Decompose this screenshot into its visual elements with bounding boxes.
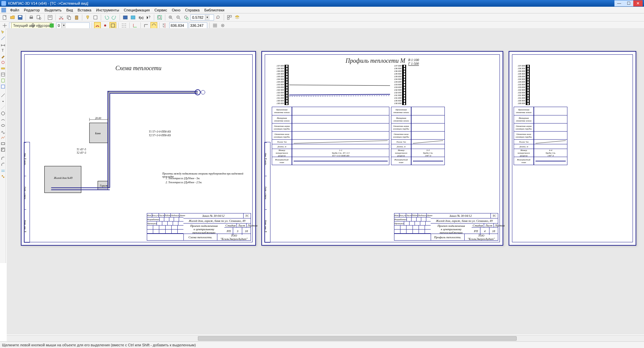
redo-button[interactable]	[111, 14, 118, 21]
zoom-value: 0.5782	[191, 15, 205, 19]
separator	[92, 22, 92, 29]
circle-tool-button[interactable]	[0, 111, 6, 116]
views-tool-button[interactable]	[0, 84, 6, 89]
text-tool-button[interactable]: T	[0, 48, 6, 53]
measure-tool-button[interactable]	[0, 66, 6, 71]
zoom-combo[interactable]: 0.5782 ▾	[190, 14, 214, 20]
open-button[interactable]	[9, 14, 16, 21]
menu-spec[interactable]: Спецификация	[122, 7, 152, 13]
zoom-prev-button[interactable]	[215, 14, 222, 21]
close-button[interactable]: ✕	[633, 0, 643, 6]
stamp-project: Проект подключенияк центральному теплосн…	[183, 223, 224, 235]
ellipse-tool-button[interactable]	[0, 123, 6, 128]
snap-config-button[interactable]	[102, 22, 109, 29]
maximize-button[interactable]: ☐	[624, 0, 633, 6]
fx-button[interactable]: f(x)	[137, 14, 144, 21]
menu-select[interactable]: Выделить	[42, 7, 63, 13]
menu-help[interactable]: Справка	[183, 7, 202, 13]
menu-tools[interactable]: Инструменты	[94, 7, 121, 13]
new-doc-button[interactable]	[1, 14, 8, 21]
polyline-tool-button[interactable]	[0, 135, 6, 140]
scrollbar-thumb[interactable]	[198, 336, 517, 341]
zoom-fit-button[interactable]	[156, 14, 163, 21]
canvas[interactable]: Инв. № подл. Подп. и дата Взам. инв. № С…	[7, 28, 644, 335]
line-tool-button[interactable]	[0, 93, 6, 98]
origin-button[interactable]	[37, 22, 44, 29]
svg-point-33	[217, 16, 219, 18]
pointer-tool-button[interactable]	[0, 30, 6, 35]
style-combo[interactable]: 0 ▾	[56, 22, 90, 29]
elevation-ruler-3: 137.000 136.500 136.000 135.500 135.000 …	[516, 65, 530, 105]
svg-text:T: T	[2, 49, 4, 52]
rect-tool-button[interactable]	[0, 141, 6, 146]
save-button[interactable]	[17, 14, 24, 21]
properties-copy-button[interactable]	[92, 14, 99, 21]
format-painter-button[interactable]	[84, 14, 91, 21]
svg-text:X: X	[163, 23, 164, 26]
ortho-button[interactable]	[110, 22, 116, 29]
round-button[interactable]	[151, 22, 157, 29]
layers-button[interactable]	[234, 14, 241, 21]
reports-tool-button[interactable]	[0, 78, 6, 83]
collect-tool-button[interactable]	[0, 174, 6, 179]
library-manager-button[interactable]	[122, 14, 129, 21]
elevation-ruler-2: 137.000 136.500 136.000 135.500 135.000 …	[393, 65, 406, 105]
zoom-in-button[interactable]	[167, 14, 174, 21]
crosshair-button[interactable]	[30, 22, 36, 29]
svg-text:Y: Y	[163, 26, 164, 28]
spline-tool-button[interactable]	[0, 129, 6, 134]
paste-button[interactable]	[73, 14, 80, 21]
menu-service[interactable]: Сервис	[153, 7, 169, 13]
step-toggle-button[interactable]	[1, 22, 8, 29]
coord-x-input[interactable]	[169, 22, 188, 29]
color-layer-button[interactable]	[48, 22, 55, 29]
print-preview-button[interactable]	[36, 14, 42, 21]
svg-point-54	[124, 27, 124, 28]
svg-rect-34	[227, 15, 229, 17]
menu-libs[interactable]: Библиотеки	[202, 7, 226, 13]
context-help-button[interactable]: ?	[145, 14, 152, 21]
edit-tool-button[interactable]	[0, 54, 6, 59]
properties-button[interactable]	[47, 14, 53, 21]
offset-tool-button[interactable]	[0, 168, 6, 173]
menu-file[interactable]: Файл	[8, 7, 21, 13]
variables-button[interactable]	[130, 14, 136, 21]
separator	[129, 22, 130, 29]
hatch-tool-button[interactable]	[0, 147, 6, 152]
grid-button[interactable]	[121, 22, 127, 29]
chamfer-tool-button[interactable]	[0, 162, 6, 167]
cut-button[interactable]	[58, 14, 65, 21]
coord-y-input[interactable]	[189, 22, 207, 29]
menu-edit[interactable]: Редактор	[22, 7, 42, 13]
menu-view[interactable]: Вид	[64, 7, 75, 13]
views-manager-button[interactable]	[226, 14, 233, 21]
zoom-window-button[interactable]	[183, 14, 189, 21]
aux-line-tool-button[interactable]	[0, 105, 6, 110]
point-tool-button[interactable]	[0, 99, 6, 104]
lcs-button[interactable]	[132, 22, 138, 29]
undo-button[interactable]	[103, 14, 110, 21]
profile-row-labels-2: Проектная отметка земли Натурная отметка…	[391, 107, 411, 165]
snap-toggle-button[interactable]	[94, 22, 101, 29]
snap-menu-button[interactable]	[212, 22, 218, 29]
zoom-out-button[interactable]	[175, 14, 182, 21]
arc-tool-button[interactable]	[0, 117, 6, 122]
fillet-tool-button[interactable]	[0, 156, 6, 161]
minimize-button[interactable]: —	[614, 0, 624, 6]
ortho-draw-button[interactable]	[143, 22, 149, 29]
svg-point-80	[1, 112, 5, 115]
settings-button[interactable]	[219, 22, 226, 29]
spec-tool-button[interactable]	[0, 72, 6, 77]
geometry-tool-button[interactable]	[0, 36, 6, 41]
dimension-tool-button[interactable]	[0, 42, 6, 47]
svg-rect-72	[1, 68, 5, 69]
copy-button[interactable]	[66, 14, 72, 21]
print-button[interactable]	[28, 14, 35, 21]
param-tool-button[interactable]	[0, 60, 6, 65]
left-toolbar: T	[0, 28, 6, 263]
building-label-3: Гараж	[100, 184, 108, 187]
menu-window[interactable]: Окно	[170, 7, 182, 13]
drawing-area[interactable]: Инв. № подл. Подп. и дата Взам. инв. № С…	[7, 28, 644, 335]
horizontal-scrollbar[interactable]	[7, 335, 644, 341]
menu-insert[interactable]: Вставка	[76, 7, 93, 13]
